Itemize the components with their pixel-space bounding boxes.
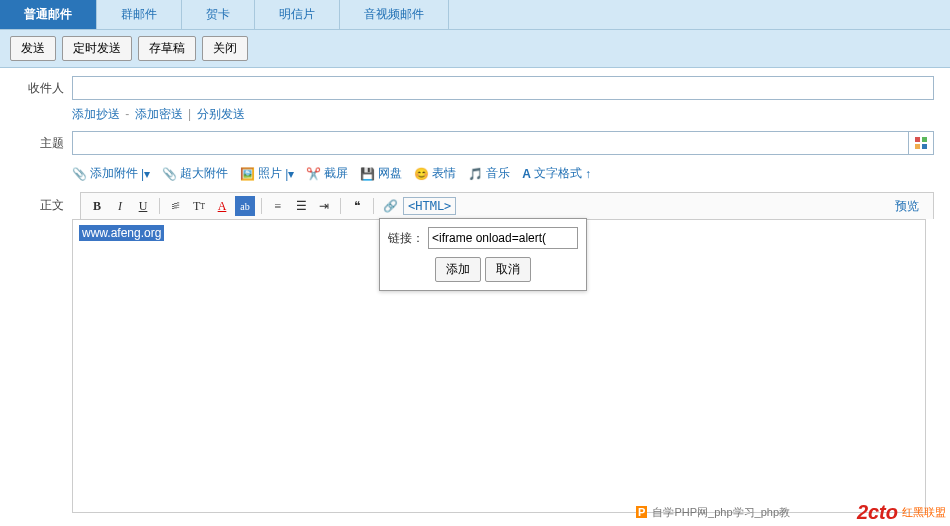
svg-rect-0: [915, 137, 920, 142]
photo-link[interactable]: 🖼️ 照片|▾: [240, 165, 294, 182]
netdisk-link[interactable]: 💾 网盘: [360, 165, 402, 182]
font-family-button[interactable]: TT: [189, 196, 209, 216]
svg-rect-3: [922, 144, 927, 149]
big-attachment-icon: 📎: [162, 167, 177, 181]
recipient-label: 收件人: [16, 80, 72, 97]
paperclip-icon: 📎: [72, 167, 87, 181]
emoji-icon: 😊: [414, 167, 429, 181]
italic-button[interactable]: I: [110, 196, 130, 216]
watermark-text: P 自学PHP网_php学习_php教: [636, 505, 790, 520]
save-draft-button[interactable]: 存草稿: [138, 36, 196, 61]
link-cancel-button[interactable]: 取消: [485, 257, 531, 282]
scheduled-send-button[interactable]: 定时发送: [62, 36, 132, 61]
font-color-button[interactable]: A: [212, 196, 232, 216]
link-popup: 链接： 添加 取消: [379, 218, 587, 291]
richtext-toolbar: B I U ꠵ TT A ab ≡ ☰ ⇥ ❝ 🔗 <HTML> 预览: [80, 192, 934, 219]
big-attachment-link[interactable]: 📎 超大附件: [162, 165, 228, 182]
svg-rect-2: [915, 144, 920, 149]
underline-button[interactable]: U: [133, 196, 153, 216]
photo-icon: 🖼️: [240, 167, 255, 181]
svg-rect-1: [922, 137, 927, 142]
text-format-link[interactable]: A 文字格式↑: [522, 165, 591, 182]
watermark-icon: P: [636, 506, 647, 518]
body-label: 正文: [16, 197, 72, 214]
grid-icon[interactable]: [909, 131, 934, 155]
music-icon: 🎵: [468, 167, 483, 181]
add-bcc-link[interactable]: 添加密送: [135, 107, 183, 121]
add-cc-link[interactable]: 添加抄送: [72, 107, 120, 121]
tabs-bar: 普通邮件 群邮件 贺卡 明信片 音视频邮件: [0, 0, 950, 30]
send-separately-link[interactable]: 分别发送: [197, 107, 245, 121]
footer-logo: 2cto: [857, 501, 898, 524]
link-popup-label: 链接：: [388, 230, 424, 247]
emoji-link[interactable]: 😊 表情: [414, 165, 456, 182]
selected-text: www.afeng.org: [79, 225, 164, 241]
bold-button[interactable]: B: [87, 196, 107, 216]
quote-button[interactable]: ❝: [347, 196, 367, 216]
footer: 2cto 红黑联盟: [857, 501, 946, 524]
tab-normal-mail[interactable]: 普通邮件: [0, 0, 97, 29]
tab-av-mail[interactable]: 音视频邮件: [340, 0, 449, 29]
subject-label: 主题: [16, 135, 72, 152]
font-size-button[interactable]: ꠵: [166, 196, 186, 216]
list-button[interactable]: ☰: [291, 196, 311, 216]
preview-link[interactable]: 预览: [895, 198, 919, 215]
footer-tag: 红黑联盟: [902, 505, 946, 520]
send-button[interactable]: 发送: [10, 36, 56, 61]
disk-icon: 💾: [360, 167, 375, 181]
close-button[interactable]: 关闭: [202, 36, 248, 61]
add-attachment-link[interactable]: 📎 添加附件 |▾: [72, 165, 150, 182]
align-button[interactable]: ≡: [268, 196, 288, 216]
editor-body[interactable]: www.afeng.org 链接： 添加 取消: [72, 219, 926, 513]
tab-group-mail[interactable]: 群邮件: [97, 0, 182, 29]
screenshot-link[interactable]: ✂️ 截屏: [306, 165, 348, 182]
recipient-input[interactable]: [72, 76, 934, 100]
bg-color-button[interactable]: ab: [235, 196, 255, 216]
link-url-input[interactable]: [428, 227, 578, 249]
indent-button[interactable]: ⇥: [314, 196, 334, 216]
music-link[interactable]: 🎵 音乐: [468, 165, 510, 182]
link-add-button[interactable]: 添加: [435, 257, 481, 282]
tab-greeting[interactable]: 贺卡: [182, 0, 255, 29]
screenshot-icon: ✂️: [306, 167, 321, 181]
tab-postcard[interactable]: 明信片: [255, 0, 340, 29]
text-format-icon: A: [522, 167, 531, 181]
link-button[interactable]: 🔗: [380, 196, 400, 216]
subject-input[interactable]: [72, 131, 909, 155]
html-source-button[interactable]: <HTML>: [403, 197, 456, 215]
action-toolbar: 发送 定时发送 存草稿 关闭: [0, 30, 950, 68]
